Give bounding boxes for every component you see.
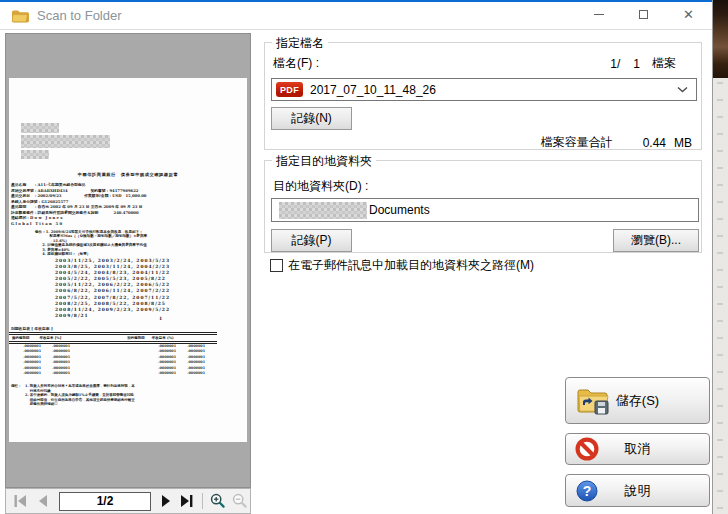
redacted-block (21, 123, 59, 133)
filename-value: 2017_07_10_11_48_26 (310, 83, 677, 97)
destination-label: 目的地資料夾(D) : (273, 178, 368, 195)
first-page-icon (13, 494, 27, 508)
destination-group: 指定目的地資料夾 目的地資料夾(D) : Documents 記錄(P) 瀏覽(… (264, 160, 702, 253)
filename-combobox[interactable]: PDF 2017_07_10_11_48_26 (271, 78, 697, 101)
previous-page-icon (36, 494, 50, 508)
pdf-file-type-icon: PDF (276, 82, 303, 97)
doc-date-line: 2008/11/24, 2009/2/23, 2009/5/22 (55, 307, 170, 313)
help-button[interactable]: ? 說明 (565, 474, 710, 507)
doc-note-line: 易條件與詳情細目 (11, 402, 236, 407)
folder-icon (11, 9, 29, 23)
doc-table-header-cell: 契約條投時 (127, 336, 145, 340)
save-folder-icon (575, 384, 611, 417)
save-button-label: 儲存(S) (616, 392, 659, 410)
preview-nav-toolbar: 1/2 (5, 488, 251, 514)
previous-page-button[interactable] (36, 494, 50, 508)
file-counter-current: 1/ (610, 57, 620, 71)
close-icon: ✕ (683, 8, 694, 21)
window-title: Scan to Folder (37, 8, 122, 23)
email-path-checkbox[interactable] (270, 259, 283, 272)
destination-path-text: Documents (369, 203, 430, 217)
destination-group-legend: 指定目的地資料夾 (272, 153, 376, 170)
zoom-out-button[interactable] (232, 493, 248, 509)
doc-condition-lines: 條件：1. 2009/6/24視當天可否執行配息本金與收息，收息如下： 配息率可… (35, 230, 240, 256)
file-counter-total: 1 (633, 57, 640, 71)
cancel-button-label: 取消 (625, 440, 651, 458)
doc-date-line: 2007/5/22, 2007/8/22, 2007/11/22 (55, 295, 170, 301)
cancel-prohibition-icon (575, 437, 599, 461)
doc-table-header-cell: 年收益率 (%) (152, 336, 174, 340)
doc-condition-line: 4. 提前贖回觀察日：（每季） (35, 252, 240, 256)
desktop-wallpaper (712, 0, 728, 78)
maximize-button[interactable] (621, 0, 666, 28)
zoom-in-icon (210, 493, 226, 509)
zoom-in-button[interactable] (210, 493, 226, 509)
destination-path-field[interactable]: Documents (271, 198, 699, 222)
doc-info-lines: 產品名稱 ：A11-七年期美元組合型商品原始交易序號：ABABXHD434 契約… (11, 182, 241, 226)
doc-table-cell: .0000001 (179, 371, 205, 376)
combobox-dropdown-button[interactable] (677, 86, 688, 93)
file-counter-unit: 檔案 (652, 55, 676, 72)
desktop-background (712, 0, 728, 514)
filename-group: 指定檔名 檔名(F) : 1/ 1 檔案 PDF 2017_07_10_11_4… (264, 42, 702, 150)
doc-table: 到期收益表 [ 年收益率 ] 擬約條投時年收益率 [%]契約條投時年收益率 (%… (9, 326, 217, 376)
redacted-block (21, 150, 49, 159)
minimize-button[interactable] (576, 0, 621, 28)
next-page-button[interactable] (159, 494, 173, 508)
zoom-out-icon (232, 493, 248, 509)
screen: Scan to Folder ✕ 中國信託商業銀行 債券型申購成交確認繳款書 產… (0, 0, 728, 514)
filename-record-button[interactable]: 記錄(N) (271, 107, 352, 130)
first-page-button[interactable] (13, 494, 27, 508)
doc-date-line: 2008/2/25, 2008/5/22, 2008/8/25 (55, 301, 170, 307)
browse-button[interactable]: 瀏覽(B)... (613, 229, 699, 252)
background-window-content (717, 82, 723, 512)
window-controls: ✕ (576, 0, 711, 28)
filename-label: 檔名(F) : (273, 55, 319, 72)
email-path-label: 在電子郵件訊息中加載目的地資料夾之路徑(M) (288, 257, 534, 274)
doc-table-cell: .0000001 (44, 371, 70, 376)
total-size-label: 檔案容量合計 (541, 134, 613, 151)
file-counter: 1/ 1 檔案 (610, 55, 676, 72)
doc-date-line: 2009/8/21 (55, 313, 170, 319)
chevron-down-icon (677, 86, 688, 93)
doc-table-body: .0000001.0000001.0000001.0000001.0000001… (9, 344, 217, 376)
next-page-icon (159, 494, 173, 508)
doc-table-header-cell: 擬約條投時 (12, 336, 30, 340)
background-window (712, 78, 728, 514)
doc-table-title: 到期收益表 [ 年收益率 ] (11, 326, 217, 331)
doc-date-lines: 2003/11/25, 2003/2/24, 2003/5/232003/8/2… (55, 258, 170, 319)
filename-group-legend: 指定檔名 (272, 35, 328, 52)
save-button[interactable]: 儲存(S) (565, 377, 710, 424)
doc-table-header-cell: 年收益率 [%] (40, 336, 62, 340)
doc-date-line: 2006/8/22, 2006/11/24, 2007/2/22 (55, 288, 170, 294)
close-button[interactable]: ✕ (666, 0, 711, 28)
total-size-row: 檔案容量合計 0.44 MB (541, 134, 692, 151)
redacted-block (21, 135, 110, 148)
destination-record-button[interactable]: 記錄(P) (271, 229, 352, 252)
maximize-icon (639, 10, 648, 19)
doc-table-cell: .0000001 (150, 371, 176, 376)
doc-table-row: .0000001.0000001.0000001.0000001 (9, 371, 217, 376)
doc-table-header: 擬約條投時年收益率 [%]契約條投時年收益率 (%) (9, 336, 217, 340)
page-indicator[interactable]: 1/2 (59, 492, 151, 511)
doc-info-line: G l o b a l T i t a n 5 0 (11, 221, 241, 227)
scan-preview-panel[interactable]: 中國信託商業銀行 債券型申購成交確認繳款書 產品名稱 ：A11-七年期美元組合型… (5, 33, 251, 488)
nav-divider (202, 493, 203, 509)
help-button-label: 說明 (625, 482, 651, 500)
svg-text:?: ? (583, 483, 592, 499)
doc-page-number: 1 (159, 316, 162, 321)
total-size-value: 0.44 (643, 136, 666, 150)
last-page-button[interactable] (180, 494, 194, 508)
total-size-unit: MB (674, 136, 692, 150)
email-path-option[interactable]: 在電子郵件訊息中加載目的地資料夾之路徑(M) (270, 257, 534, 274)
help-question-icon: ? (575, 479, 599, 503)
scan-to-folder-dialog: Scan to Folder ✕ 中國信託商業銀行 債券型申購成交確認繳款書 產… (0, 0, 713, 514)
doc-note-lines: 備註： 1. 投資人所持有的合同率＊為市場為準述值選擇，需計利息將持現，本 行將… (11, 384, 236, 407)
doc-table-rule (9, 332, 217, 335)
minimize-icon (594, 14, 604, 15)
last-page-icon (180, 494, 194, 508)
doc-table-cell: .0000001 (15, 371, 41, 376)
scanned-page: 中國信託商業銀行 債券型申購成交確認繳款書 產品名稱 ：A11-七年期美元組合型… (9, 78, 247, 442)
cancel-button[interactable]: 取消 (565, 433, 710, 465)
redacted-path-block (279, 202, 367, 219)
